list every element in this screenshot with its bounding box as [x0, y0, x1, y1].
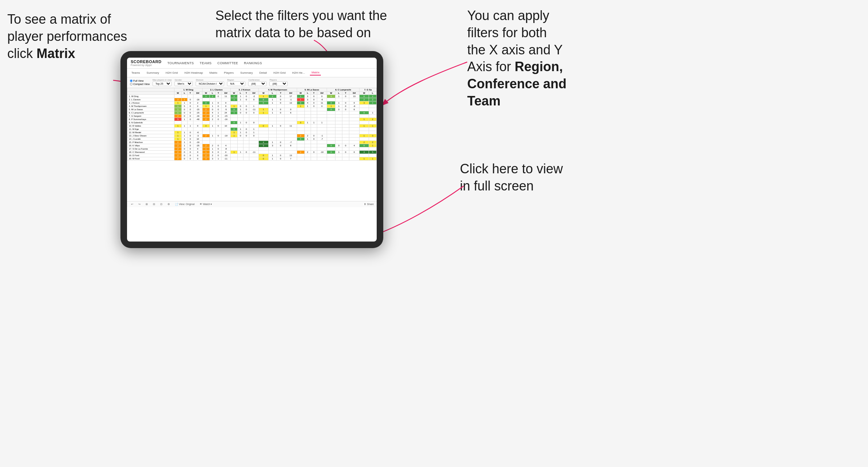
matrix-cell — [349, 131, 359, 134]
matrix-cell: 4 — [258, 141, 268, 144]
matrix-cell: 7 — [285, 157, 297, 161]
matrix-cell: 11 — [221, 95, 230, 98]
nav-tournaments[interactable]: TOURNAMENTS — [167, 61, 194, 65]
share-btn[interactable]: ⬆ Share — [364, 203, 374, 206]
matrix-cell: 1 — [369, 101, 376, 105]
matrix-cell — [327, 134, 335, 138]
matrix-cell — [342, 124, 349, 128]
filter-conference: Conference (All) — [248, 79, 266, 86]
matrix-cell: -8 — [221, 147, 230, 151]
compact-view-option[interactable]: Compact View — [130, 83, 150, 85]
player-row-name: 11. M Ege — [127, 128, 174, 131]
matrix-area[interactable]: 1. W Ding 2. L Clanton 3. J Koivun 4. M … — [127, 88, 377, 201]
players-select[interactable]: (All) — [269, 81, 288, 86]
settings-btn[interactable]: ⚙ — [166, 202, 171, 206]
region-label: Region — [227, 79, 245, 81]
matrix-cell: 2 — [268, 95, 276, 98]
watch-btn[interactable]: 👁 Watch ▾ — [199, 202, 213, 206]
subnav-h2h-grid[interactable]: H2H Grid — [164, 70, 179, 75]
matrix-cell: 1 — [249, 131, 258, 134]
subnav-h2h-he[interactable]: H2H He... — [291, 70, 306, 75]
matrix-cell — [360, 115, 369, 118]
player-row-name: 3. J Koivun — [127, 101, 174, 105]
matrix-cell — [311, 115, 317, 118]
matrix-cell: 0 — [277, 111, 285, 115]
subnav-summary[interactable]: Summary — [145, 70, 161, 75]
matrix-cell: 0 — [285, 108, 297, 111]
matrix-cell: 2 — [360, 98, 369, 101]
matrix-cell: 0 — [193, 151, 202, 154]
matrix-cell: 17 — [285, 95, 297, 98]
matrix-cell — [304, 157, 311, 161]
matrix-cell — [258, 131, 268, 134]
nav-rankings[interactable]: RANKINGS — [244, 61, 262, 65]
max-players-select[interactable]: Top 25 — [153, 81, 172, 86]
subnav-detail[interactable]: Detail — [258, 70, 268, 75]
matrix-cell: 1 — [174, 105, 182, 108]
nav-committee[interactable]: COMMITTEE — [218, 61, 238, 65]
matrix-cell — [317, 154, 327, 157]
matrix-cell: 0 — [181, 147, 187, 151]
matrix-cell — [268, 115, 276, 118]
matrix-cell: 2 — [210, 95, 215, 98]
matrix-cell: 1 — [238, 131, 243, 134]
matrix-cell — [349, 128, 359, 131]
matrix-cell: 0 — [317, 95, 327, 98]
matrix-cell — [342, 111, 349, 115]
region-select[interactable]: N/A — [227, 81, 245, 86]
nav-teams[interactable]: TEAMS — [200, 61, 212, 65]
matrix-cell: 1 — [181, 98, 187, 101]
matrix-cell: 0 — [277, 98, 285, 101]
undo-btn[interactable]: ↩ — [130, 202, 134, 206]
subnav-players[interactable]: Players — [223, 70, 235, 75]
matrix-cell — [243, 147, 249, 151]
matrix-cell: 2 — [202, 154, 210, 157]
matrix-cell — [268, 147, 276, 151]
sh-t2: T — [215, 92, 221, 95]
matrix-cell — [311, 154, 317, 157]
subnav-teams[interactable]: Teams — [130, 70, 142, 75]
matrix-cell — [258, 151, 268, 154]
matrix-cell: 10 — [221, 124, 230, 128]
subnav-matrix[interactable]: Matrix — [208, 70, 219, 75]
matrix-cell — [243, 115, 249, 118]
tool-btn2[interactable]: ⊟ — [152, 202, 156, 206]
annotation-topright: You can apply filters for both the X axi… — [467, 7, 591, 110]
matrix-cell — [369, 115, 376, 118]
view-original-btn[interactable]: 📄 View: Original — [174, 202, 196, 206]
matrix-cell — [285, 115, 297, 118]
subnav-matrix-active[interactable]: Matrix — [310, 70, 321, 76]
matrix-cell: 0 — [230, 121, 238, 124]
scoreboard-logo: SCOREBOARD Powered by clippd — [131, 59, 161, 66]
matrix-cell: 0 — [187, 115, 193, 118]
subnav-h2h-heatmap[interactable]: H2H Heatmap — [183, 70, 204, 75]
matrix-cell: 1 — [297, 95, 304, 98]
full-view-option[interactable]: Full View — [130, 80, 150, 82]
matrix-cell: 0 — [238, 111, 243, 115]
matrix-cell — [327, 131, 335, 134]
matrix-cell — [297, 141, 304, 144]
matrix-cell: 2 — [369, 118, 376, 121]
matrix-cell — [202, 128, 210, 131]
conference-select[interactable]: (All) — [248, 81, 266, 86]
subnav-summary2[interactable]: Summary — [239, 70, 254, 75]
matrix-cell: 0 — [342, 101, 349, 105]
matrix-cell — [187, 121, 193, 124]
matrix-cell: 1 — [335, 105, 342, 108]
matrix-cell: -15 — [221, 115, 230, 118]
division-select[interactable]: NCAA Division I — [196, 81, 224, 86]
gender-select[interactable]: Men's — [174, 81, 193, 86]
matrix-cell: 0 — [243, 121, 249, 124]
matrix-cell — [193, 128, 202, 131]
matrix-cell: -15 — [193, 111, 202, 115]
matrix-cell: 1 — [210, 105, 215, 108]
matrix-cell: 1 — [335, 151, 342, 154]
matrix-cell — [215, 141, 221, 144]
tool-btn1[interactable]: ⊞ — [145, 202, 149, 206]
matrix-cell: 5 — [369, 151, 376, 154]
matrix-cell: 2 — [202, 118, 210, 121]
redo-btn[interactable]: ↪ — [137, 202, 142, 206]
subnav-h2h-grid2[interactable]: H2H Grid — [272, 70, 287, 75]
tool-btn3[interactable]: ⊡ — [159, 202, 164, 206]
annotation-bottomright-text: Click here to view in full screen — [460, 161, 563, 193]
